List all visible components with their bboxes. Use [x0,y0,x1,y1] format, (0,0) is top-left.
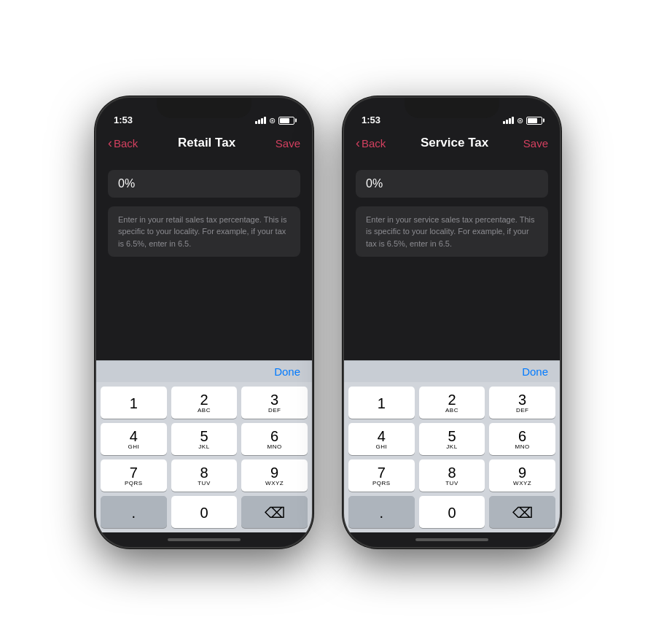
page-title: Retail Tax [178,136,235,150]
key-number-label: 2 [448,392,456,407]
status-icons: ⊛ [503,116,542,125]
wifi-icon: ⊛ [269,116,276,125]
save-button[interactable]: Save [523,137,548,150]
key-letters-label: ABC [198,407,211,414]
back-label: Back [114,137,138,150]
description-text: Enter in your retail sales tax percentag… [118,214,290,250]
keyboard-toolbar: Done [96,360,312,382]
back-button[interactable]: ‹Back [108,136,138,151]
home-indicator [344,532,560,547]
status-bar: 1:53 ⊛ [96,98,312,130]
key-number-label: 9 [270,465,278,480]
done-button[interactable]: Done [522,365,548,378]
key-5[interactable]: 5JKL [171,423,238,455]
tax-input-field[interactable]: 0% [356,170,548,198]
key-number-label: 7 [378,465,386,480]
content-area: 0%Enter in your retail sales tax percent… [96,158,312,360]
done-button[interactable]: Done [274,365,300,378]
key-letters-label: MNO [268,443,282,450]
tax-value-display: 0% [118,177,290,190]
key-1[interactable]: 1 [101,387,167,419]
key-4[interactable]: 4GHI [101,423,167,455]
key-number-label: . [380,505,384,520]
key-letters-label: PQRS [372,480,391,486]
key-1[interactable]: 1 [348,387,415,419]
key-letters-label: ABC [445,407,458,414]
key-6[interactable]: 6MNO [241,423,308,455]
signal-icon [255,117,266,124]
key-number-label: 5 [200,429,208,443]
key-number-label: 6 [270,429,278,443]
description-text: Enter in your service sales tax percenta… [366,214,538,250]
save-button[interactable]: Save [276,137,300,150]
key-0[interactable]: 0 [419,496,485,528]
keyboard-grid: 12ABC3DEF4GHI5JKL6MNO7PQRS8TUV9WXYZ.0⌫ [96,382,312,532]
key-9[interactable]: 9WXYZ [489,459,555,492]
nav-bar: ‹BackService TaxSave [344,130,560,158]
key-letters-label: PQRS [125,480,143,486]
key-letters-label: GHI [128,443,139,450]
key-7[interactable]: 7PQRS [101,459,167,492]
key-2[interactable]: 2ABC [171,387,238,419]
key-5[interactable]: 5JKL [419,423,485,455]
key-number-label: 3 [270,392,278,407]
battery-icon [526,117,542,125]
key-number-label: 8 [200,465,208,480]
key-number-label: 3 [518,392,526,407]
key-6[interactable]: 6MNO [489,423,555,455]
key-letters-label: DEF [268,407,281,414]
key-backspace[interactable]: ⌫ [489,496,555,528]
key-number-label: 7 [130,465,138,480]
scene: 1:53 ⊛ ‹BackRetail TaxSave0%Enter in you… [95,96,561,548]
chevron-left-icon: ‹ [108,136,112,151]
key-3[interactable]: 3DEF [241,387,308,419]
keyboard-grid: 12ABC3DEF4GHI5JKL6MNO7PQRS8TUV9WXYZ.0⌫ [344,382,560,532]
key-number-label: 9 [518,465,526,480]
page-title: Service Tax [421,136,488,150]
key-number-label: 8 [448,465,456,480]
content-area: 0%Enter in your service sales tax percen… [344,158,560,360]
key-letters-label: JKL [446,443,457,450]
key-dot[interactable]: . [101,496,167,528]
keyboard-toolbar: Done [344,360,560,382]
tax-input-field[interactable]: 0% [108,170,300,198]
key-number-label: 1 [378,396,386,411]
key-0[interactable]: 0 [171,496,238,528]
key-letters-label: MNO [515,443,530,450]
key-dot[interactable]: . [348,496,415,528]
phone-retail-tax-phone: 1:53 ⊛ ‹BackRetail TaxSave0%Enter in you… [95,96,313,548]
notch [405,98,499,118]
key-letters-label: DEF [516,407,529,414]
key-4[interactable]: 4GHI [348,423,415,455]
key-number-label: 1 [130,396,138,411]
key-number-label: 0 [200,505,208,520]
key-letters-label: WXYZ [265,480,284,486]
key-number-label: ⌫ [512,505,533,520]
back-label: Back [362,137,386,150]
phone-service-tax-phone: 1:53 ⊛ ‹BackService TaxSave0%Enter in yo… [343,96,561,548]
back-button[interactable]: ‹Back [356,136,386,151]
key-9[interactable]: 9WXYZ [241,459,308,492]
key-8[interactable]: 8TUV [419,459,485,492]
key-number-label: 0 [448,505,456,520]
key-3[interactable]: 3DEF [489,387,555,419]
key-8[interactable]: 8TUV [171,459,238,492]
key-number-label: ⌫ [265,505,285,520]
description-box: Enter in your retail sales tax percentag… [108,206,300,257]
key-2[interactable]: 2ABC [419,387,485,419]
key-number-label: 2 [200,392,208,407]
key-number-label: . [132,505,136,520]
description-box: Enter in your service sales tax percenta… [356,206,548,257]
wifi-icon: ⊛ [517,116,523,125]
home-indicator [96,532,312,547]
battery-icon [278,117,294,125]
key-number-label: 4 [130,429,138,443]
key-number-label: 4 [378,429,386,443]
key-letters-label: TUV [198,480,211,486]
key-number-label: 5 [448,429,456,443]
key-letters-label: GHI [375,443,387,450]
home-bar [168,538,241,541]
keyboard-area: Done12ABC3DEF4GHI5JKL6MNO7PQRS8TUV9WXYZ.… [344,360,560,532]
key-7[interactable]: 7PQRS [348,459,415,492]
key-backspace[interactable]: ⌫ [241,496,308,528]
